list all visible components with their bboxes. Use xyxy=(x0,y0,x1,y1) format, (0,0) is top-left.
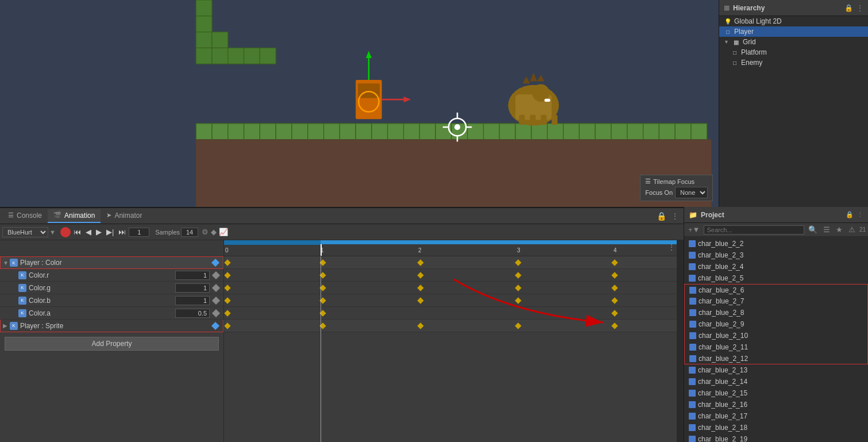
go-to-start-button[interactable]: ⏮ xyxy=(72,226,83,237)
keyframe-r-0[interactable] xyxy=(224,272,230,278)
focus-dropdown[interactable]: None xyxy=(675,187,708,198)
color-r-row: K Color.r xyxy=(0,269,223,282)
expand-color-icon[interactable]: ▼ xyxy=(3,260,10,266)
project-item-6[interactable]: char_blue_2_8 xyxy=(684,307,868,318)
keyframe-r-2[interactable] xyxy=(417,272,423,278)
add-property-button[interactable]: Add Property xyxy=(5,337,219,351)
project-item-15[interactable]: char_blue_2_17 xyxy=(684,410,868,422)
tab-console[interactable]: ☰ Console xyxy=(2,209,48,223)
curve-icon[interactable]: 📈 xyxy=(219,228,228,236)
color-a-input[interactable] xyxy=(175,309,210,318)
project-warning-icon[interactable]: ⚠ xyxy=(847,225,857,235)
player-sprite-group[interactable]: ▶ K Player : Sprite xyxy=(0,320,223,332)
samples-label: Samples xyxy=(155,229,180,236)
project-item-16[interactable]: char_blue_2_18 xyxy=(684,422,868,433)
frame-input[interactable] xyxy=(129,228,149,237)
hierarchy-item-player[interactable]: □ Player xyxy=(719,26,868,37)
color-b-diamond[interactable] xyxy=(212,297,220,305)
samples-input[interactable] xyxy=(181,228,198,237)
keyframe-r-1[interactable] xyxy=(319,272,326,278)
keyframe-g-3[interactable] xyxy=(515,285,521,291)
keyframe-sprite-0[interactable] xyxy=(224,322,230,329)
keyframe-b-1[interactable] xyxy=(319,297,326,303)
keyframe-b-2[interactable] xyxy=(417,297,423,303)
asset-icon-17 xyxy=(689,436,696,442)
keyframe-sprite-3[interactable] xyxy=(515,322,521,329)
project-search-input[interactable] xyxy=(704,225,804,235)
tab-animator[interactable]: ➤ Animator xyxy=(101,209,148,223)
keyframe-color-1[interactable] xyxy=(319,259,326,266)
svg-rect-28 xyxy=(468,124,484,140)
keyframe-g-4[interactable] xyxy=(611,285,618,291)
project-item-17[interactable]: char_blue_2_19 xyxy=(684,433,868,442)
project-item-14[interactable]: char_blue_2_16 xyxy=(684,399,868,410)
project-item-12[interactable]: char_blue_2_14 xyxy=(684,376,868,387)
keyframe-b-3[interactable] xyxy=(515,297,521,303)
project-search-icon[interactable]: 🔍 xyxy=(807,225,819,235)
project-item-0[interactable]: char_blue_2_2 xyxy=(684,238,868,249)
color-b-input[interactable] xyxy=(175,296,210,305)
keyframe-a-0[interactable] xyxy=(224,310,230,316)
project-item-4[interactable]: char_blue_2_6 xyxy=(684,284,868,295)
project-lock2-icon[interactable]: ☰ xyxy=(821,225,832,235)
keyframe-r-4[interactable] xyxy=(611,272,618,278)
keyframe-color-3[interactable] xyxy=(515,259,521,266)
color-r-diamond[interactable] xyxy=(212,271,220,279)
keyframe-sprite-2[interactable] xyxy=(417,322,423,329)
keyframe-b-0[interactable] xyxy=(224,297,230,303)
hierarchy-item-globallightld[interactable]: 💡 Global Light 2D xyxy=(719,16,868,26)
color-r-input[interactable] xyxy=(175,271,210,280)
color-g-input[interactable] xyxy=(175,283,210,293)
keyframe-g-1[interactable] xyxy=(319,285,326,291)
samples-settings-icon[interactable]: ⚙ xyxy=(202,228,209,236)
project-item-3[interactable]: char_blue_2_5 xyxy=(684,272,868,284)
previous-frame-button[interactable]: ◀ xyxy=(84,226,93,237)
svg-rect-21 xyxy=(356,124,372,140)
play-button[interactable]: ▶ xyxy=(94,226,103,237)
project-more-icon[interactable]: ⋮ xyxy=(857,211,863,218)
project-add-button[interactable]: +▼ xyxy=(686,225,701,235)
record-button[interactable] xyxy=(60,227,71,237)
hierarchy-item-platform[interactable]: □ Platform xyxy=(719,47,868,57)
project-item-11[interactable]: char_blue_2_13 xyxy=(684,364,868,376)
keyframe-color-2[interactable] xyxy=(417,259,423,266)
tab-more-icon[interactable]: ⋮ xyxy=(669,210,681,222)
keyframe-r-3[interactable] xyxy=(515,272,521,278)
project-item-2[interactable]: char_blue_2_4 xyxy=(684,261,868,272)
tab-animation[interactable]: 🎬 Animation xyxy=(48,209,101,223)
keyframe-g-0[interactable] xyxy=(224,285,230,291)
project-item-10[interactable]: char_blue_2_12 xyxy=(684,353,868,364)
keyframe-a-1[interactable] xyxy=(319,310,326,316)
project-item-13[interactable]: char_blue_2_15 xyxy=(684,387,868,399)
sprite-keyframe-diamond[interactable] xyxy=(211,322,219,330)
keyframe-add-icon[interactable]: ◆ xyxy=(211,228,217,236)
keyframe-g-2[interactable] xyxy=(417,285,423,291)
keyframe-color-0[interactable] xyxy=(224,259,230,266)
animation-selector[interactable]: BlueHurt xyxy=(2,227,48,237)
hierarchy-more-icon[interactable]: ⋮ xyxy=(857,4,863,12)
project-star-icon[interactable]: ★ xyxy=(834,225,844,235)
color-a-diamond[interactable] xyxy=(212,309,220,317)
keyframe-a-far[interactable] xyxy=(611,310,618,316)
hierarchy-item-enemy[interactable]: □ Enemy xyxy=(719,57,868,68)
keyframe-b-4[interactable] xyxy=(611,297,618,303)
keyframe-sprite-1[interactable] xyxy=(319,322,326,329)
svg-rect-39 xyxy=(643,124,659,140)
color-keyframe-diamond[interactable] xyxy=(211,259,219,267)
project-item-1[interactable]: char_blue_2_3 xyxy=(684,249,868,261)
project-item-5[interactable]: char_blue_2_7 xyxy=(684,295,868,307)
project-item-7[interactable]: char_blue_2_9 xyxy=(684,318,868,330)
tab-lock-icon[interactable]: 🔒 xyxy=(654,210,669,222)
next-frame-button[interactable]: ▶| xyxy=(105,226,115,237)
go-to-end-button[interactable]: ⏭ xyxy=(117,226,128,237)
keyframe-sprite-4[interactable] xyxy=(611,322,618,329)
color-g-diamond[interactable] xyxy=(212,284,220,292)
project-item-9[interactable]: char_blue_2_11 xyxy=(684,341,868,353)
timeline-scrollbar[interactable] xyxy=(677,240,684,442)
player-color-group[interactable]: ▼ K Player : Color xyxy=(0,256,223,269)
project-item-8[interactable]: char_blue_2_10 xyxy=(684,330,868,341)
hierarchy-item-grid[interactable]: ▼ ▦ Grid xyxy=(719,37,868,47)
expand-sprite-icon[interactable]: ▶ xyxy=(3,322,10,329)
timeline-more-button[interactable]: ⋮ xyxy=(668,243,676,252)
keyframe-color-4[interactable] xyxy=(611,259,618,266)
